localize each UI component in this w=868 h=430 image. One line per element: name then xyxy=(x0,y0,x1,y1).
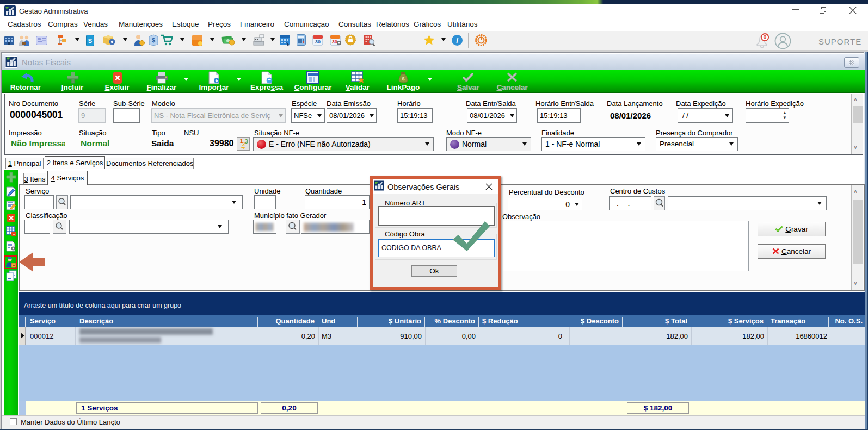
svg-text:30: 30 xyxy=(332,39,337,45)
svg-text:S: S xyxy=(88,38,92,44)
svg-text:3: 3 xyxy=(245,139,248,145)
svg-text:30: 30 xyxy=(315,39,321,45)
svg-text:$: $ xyxy=(402,76,404,82)
svg-text:$: $ xyxy=(152,37,155,43)
svg-text:0: 0 xyxy=(764,34,767,40)
svg-text:i: i xyxy=(456,36,458,45)
